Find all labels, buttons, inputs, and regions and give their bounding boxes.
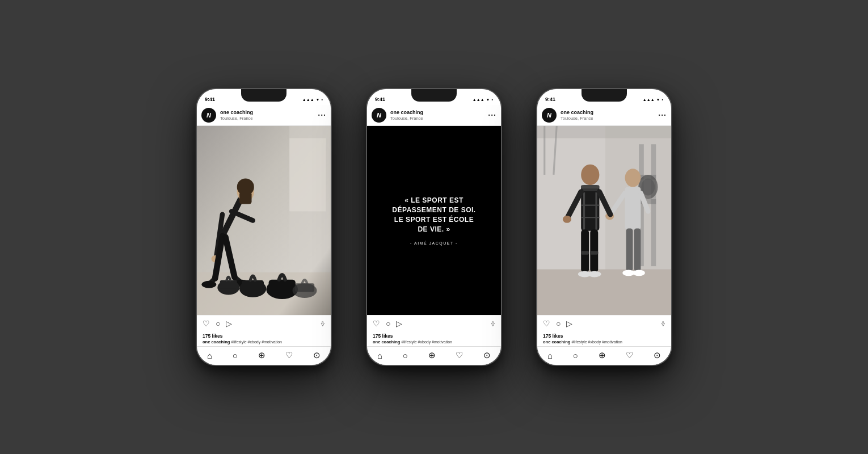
profile-name-2: one coaching	[390, 110, 488, 116]
home-icon-3[interactable]: ⌂	[547, 351, 553, 360]
profile-more-1[interactable]: ···	[318, 111, 326, 120]
comment-icon-2[interactable]: ○	[386, 320, 390, 327]
svg-rect-35	[651, 144, 656, 266]
post-info-2: 175 likes one coaching #lifestyle #xbody…	[367, 331, 501, 346]
home-icon-2[interactable]: ⌂	[377, 351, 382, 360]
bookmark-icon-2[interactable]: ⎀	[491, 319, 495, 327]
bookmark-icon-3[interactable]: ⎀	[661, 319, 665, 327]
add-icon-1[interactable]: ⊕	[258, 350, 266, 360]
caption-tags-text-3: #lifestyle #xbody #motivation	[571, 340, 622, 344]
profile-name-3: one coaching	[561, 110, 658, 116]
caption-1: one coaching #lifestyle #xbody #motivati…	[203, 339, 325, 344]
profile-icon-3[interactable]: ⊙	[654, 350, 661, 360]
search-icon-2[interactable]: ○	[403, 351, 408, 360]
profile-info-3: one coaching Toulouse, France	[561, 110, 658, 121]
avatar-3: N	[542, 108, 557, 123]
heart-icon-1[interactable]: ♡	[285, 350, 293, 360]
action-icons-3: ♡ ○ ▷	[543, 320, 661, 327]
like-icon-3[interactable]: ♡	[543, 320, 550, 327]
avatar-2: N	[372, 108, 386, 123]
wifi-icon-3: ▼	[656, 98, 660, 102]
svg-point-67	[588, 271, 601, 278]
home-icon-1[interactable]: ⌂	[207, 351, 212, 360]
status-icons-2: ▲▲▲ ▼ ▪	[473, 98, 493, 102]
time-1: 9:41	[205, 96, 215, 102]
svg-rect-8	[239, 192, 251, 204]
profile-more-3[interactable]: ···	[658, 111, 667, 120]
share-icon-2[interactable]: ▷	[396, 320, 402, 327]
share-icon-3[interactable]: ▷	[566, 320, 572, 327]
likes-3: 175 likes	[543, 333, 665, 339]
action-bar-2: ♡ ○ ▷ ⎀	[367, 315, 501, 331]
signal-icon-3: ▲▲▲	[643, 98, 655, 102]
like-icon-1[interactable]: ♡	[203, 320, 210, 327]
comment-icon-1[interactable]: ○	[216, 320, 220, 327]
caption-3: one coaching #lifestyle #xbody #motivati…	[543, 339, 665, 344]
signal-icon-1: ▲▲▲	[302, 98, 314, 102]
action-icons-1: ♡ ○ ▷	[203, 320, 321, 327]
heart-icon-3[interactable]: ♡	[626, 350, 633, 360]
svg-rect-27	[295, 283, 314, 292]
phone-3-screen: 9:41 ▲▲▲ ▼ ▪ N one coaching Toulouse, Fr…	[537, 89, 671, 365]
svg-point-61	[563, 216, 571, 223]
action-bar-1: ♡ ○ ▷ ⎀	[197, 315, 331, 331]
svg-rect-64	[581, 251, 589, 254]
notch-3	[582, 89, 627, 102]
notch-2	[411, 89, 457, 102]
caption-tags-text-2: #lifestyle #xbody #motivation	[401, 340, 452, 344]
bottom-nav-2: ⌂ ○ ⊕ ♡ ⊙	[367, 346, 501, 365]
caption-username-3: one coaching	[543, 339, 570, 344]
wifi-icon-2: ▼	[486, 98, 490, 102]
profile-icon-1[interactable]: ⊙	[313, 350, 321, 360]
phone-1-wrapper: 9:41 ▲▲▲ ▼ ▪ N one coaching Toulouse, Fr…	[196, 88, 332, 366]
time-3: 9:41	[545, 96, 555, 102]
svg-rect-4	[289, 138, 326, 211]
svg-point-39	[642, 178, 655, 195]
battery-icon-2: ▪	[492, 98, 493, 102]
svg-rect-30	[537, 269, 671, 315]
training-scene	[537, 126, 671, 315]
like-icon-2[interactable]: ♡	[373, 320, 380, 327]
profile-location-3: Toulouse, France	[561, 116, 658, 121]
action-bar-3: ♡ ○ ▷ ⎀	[537, 315, 671, 331]
search-icon-1[interactable]: ○	[233, 351, 238, 360]
share-icon-1[interactable]: ▷	[226, 320, 232, 327]
caption-username-2: one coaching	[373, 339, 400, 344]
quote-main: « LE SPORT EST DÉPASSEMENT DE SOI. LE SP…	[392, 196, 475, 234]
profile-info-1: one coaching Toulouse, France	[220, 110, 318, 121]
battery-icon-1: ▪	[322, 98, 323, 102]
battery-icon-3: ▪	[662, 98, 663, 102]
wifi-icon-1: ▼	[316, 98, 320, 102]
profile-header-1[interactable]: N one coaching Toulouse, France ···	[197, 105, 331, 126]
post-image-1	[197, 126, 331, 315]
svg-rect-53	[581, 185, 599, 188]
phone-1: 9:41 ▲▲▲ ▼ ▪ N one coaching Toulouse, Fr…	[196, 88, 332, 366]
phone-2-screen: 9:41 ▲▲▲ ▼ ▪ N one coaching Toulouse, Fr…	[367, 89, 501, 365]
post-info-3: 175 likes one coaching #lifestyle #xbody…	[537, 331, 671, 346]
search-icon-3[interactable]: ○	[573, 351, 578, 360]
svg-point-50	[633, 270, 644, 276]
bookmark-icon-1[interactable]: ⎀	[321, 319, 325, 327]
svg-rect-23	[242, 280, 264, 290]
likes-2: 175 likes	[373, 333, 495, 339]
profile-header-3[interactable]: N one coaching Toulouse, France ···	[537, 105, 671, 126]
add-icon-2[interactable]: ⊕	[428, 350, 436, 360]
phone-1-screen: 9:41 ▲▲▲ ▼ ▪ N one coaching Toulouse, Fr…	[197, 89, 331, 365]
svg-point-42	[625, 169, 641, 187]
svg-rect-25	[269, 280, 296, 291]
status-icons-1: ▲▲▲ ▼ ▪	[302, 98, 323, 102]
profile-header-2[interactable]: N one coaching Toulouse, France ···	[367, 105, 501, 126]
comment-icon-3[interactable]: ○	[556, 320, 561, 327]
caption-username-1: one coaching	[203, 339, 230, 344]
notch-1	[241, 89, 286, 102]
svg-rect-65	[590, 251, 598, 254]
add-icon-3[interactable]: ⊕	[599, 350, 606, 360]
profile-icon-2[interactable]: ⊙	[483, 350, 491, 360]
caption-2: one coaching #lifestyle #xbody #motivati…	[373, 339, 495, 344]
phone-3: 9:41 ▲▲▲ ▼ ▪ N one coaching Toulouse, Fr…	[536, 88, 672, 366]
svg-point-18	[201, 281, 216, 288]
profile-more-2[interactable]: ···	[488, 111, 496, 120]
likes-1: 175 likes	[203, 333, 325, 339]
bottom-nav-3: ⌂ ○ ⊕ ♡ ⊙	[537, 346, 671, 365]
heart-icon-2[interactable]: ♡	[456, 350, 463, 360]
